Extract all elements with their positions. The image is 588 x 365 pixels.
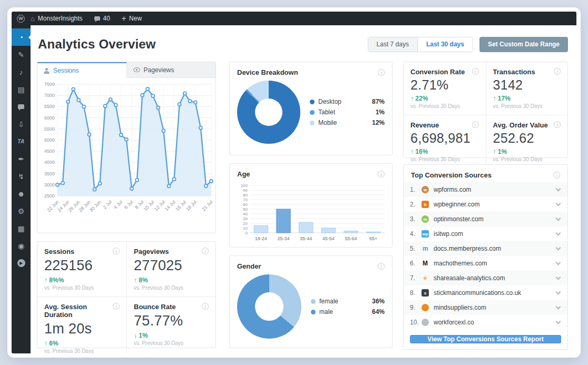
source-domain: wpforms.com [434, 186, 471, 193]
addons-gear-icon: ◉ [18, 242, 24, 250]
chevron-down-icon[interactable] [556, 231, 561, 236]
new-label: New [129, 15, 142, 22]
svg-text:6000: 6000 [44, 115, 55, 121]
metric-card-avg-session-duration: Avg. Session Durationi 1m 20s ↑ 6% vs. P… [37, 297, 126, 353]
source-row[interactable]: 4.wpisitwp.com [404, 226, 567, 241]
svg-text:40: 40 [243, 212, 248, 216]
sidebar-item-plugins[interactable]: ↯ [12, 167, 31, 185]
sidebar-item-ta-plugin[interactable]: TA [12, 133, 31, 150]
source-domain: machothemes.com [434, 260, 487, 267]
metric-card-revenue: Revenuei 6,698,981 ↑ 16% vs. Previous 30… [404, 115, 486, 168]
source-row[interactable]: 8.sstickmancommunications.co.uk [404, 285, 567, 300]
set-custom-date-range-button[interactable]: Set Custom Date Range [479, 37, 568, 52]
source-row[interactable]: 2.bwpbeginner.com [404, 197, 567, 212]
gender-donut-chart [237, 274, 301, 339]
chevron-down-icon[interactable] [556, 245, 561, 251]
info-icon[interactable]: i [378, 263, 385, 270]
tab-sessions[interactable]: Sessions [37, 62, 126, 78]
source-domain: mindsuppliers.com [434, 304, 486, 311]
source-row[interactable]: 5.mdocs.memberpress.com [404, 241, 567, 256]
sidebar-item-addons-gear[interactable]: ◉ [12, 237, 31, 254]
screenshot-frame: W ⌂ MonsterInsights 40 + New ◔✎♪▤⇩TA✒↯☻⚙… [7, 7, 581, 358]
page-title: Analytics Overview [38, 37, 156, 52]
page-header: Analytics Overview Last 7 days Last 30 d… [31, 25, 576, 58]
tab-pageviews[interactable]: Pageviews [126, 62, 216, 78]
sidebar-item-pages[interactable]: ▤ [12, 81, 31, 98]
sidebar-item-comments[interactable] [12, 98, 31, 115]
info-icon[interactable]: i [202, 248, 209, 254]
source-row[interactable]: 10.workforcexl.co [404, 315, 567, 330]
last-7-days-button[interactable]: Last 7 days [368, 37, 417, 52]
sidebar-item-media[interactable]: ♪ [12, 63, 31, 81]
new-menu[interactable]: + New [116, 12, 148, 25]
source-rank: 3. [410, 215, 422, 223]
metric-compare: vs. Previous 30 Days [410, 103, 479, 109]
svg-text:80: 80 [243, 193, 248, 198]
source-row[interactable]: 7.★shareasale-analytics.com [404, 271, 567, 285]
eye-icon [133, 67, 140, 72]
info-icon[interactable]: i [472, 121, 479, 128]
svg-text:35-44: 35-44 [300, 236, 312, 241]
svg-text:100: 100 [241, 183, 248, 188]
info-icon[interactable]: i [553, 172, 560, 179]
chevron-down-icon[interactable] [556, 216, 561, 221]
ta-plugin-icon: TA [17, 139, 25, 144]
info-icon[interactable]: i [554, 121, 561, 128]
svg-text:4 Jul: 4 Jul [113, 199, 124, 210]
source-row[interactable]: 9.mindsuppliers.com [404, 300, 567, 315]
svg-text:18-24: 18-24 [255, 236, 267, 241]
last-30-days-button[interactable]: Last 30 days [417, 37, 473, 52]
legend-label: male [319, 308, 333, 315]
device-donut-chart [237, 81, 300, 144]
date-range-toggle: Last 7 days Last 30 days [368, 37, 473, 52]
up-arrow-icon: ↑ [493, 148, 496, 155]
chevron-down-icon[interactable] [556, 304, 561, 310]
source-row[interactable]: 6.Mmachothemes.com [404, 256, 567, 271]
chevron-down-icon[interactable] [556, 290, 561, 295]
device-breakdown-card: Device Breakdowni Desktop87%Tablet1%Mobi… [229, 62, 393, 155]
metric-delta: 17% [498, 95, 511, 102]
sidebar-item-posts-pin[interactable]: ✎ [12, 46, 31, 63]
metric-title: Bounce Rate [134, 303, 175, 311]
legend-label: Desktop [318, 98, 341, 105]
up-arrow-icon: ↑ [44, 340, 47, 347]
metric-title: Transactions [493, 68, 535, 76]
sidebar-item-tools-wrench[interactable]: ⚙ [12, 202, 31, 220]
chevron-down-icon[interactable] [556, 201, 561, 206]
source-domain: docs.memberpress.com [434, 245, 501, 252]
sidebar-item-appearance-brush[interactable]: ✒ [12, 150, 31, 167]
view-top-conversions-report-button[interactable]: View Top Conversions Sources Report [410, 335, 561, 343]
info-icon[interactable]: i [113, 248, 120, 254]
chevron-down-icon[interactable] [556, 275, 561, 280]
info-icon[interactable]: i [378, 171, 385, 177]
svg-text:50: 50 [243, 207, 248, 212]
info-icon[interactable]: i [202, 303, 209, 310]
source-row[interactable]: 1.wwpforms.com [404, 182, 567, 197]
monsterinsights-dashboard-icon: ◔ [19, 33, 23, 42]
source-row[interactable]: 3.moptinmonster.com [404, 212, 567, 226]
metric-value: 1m 20s [44, 321, 120, 337]
settings-box-icon: ▦ [17, 224, 24, 233]
posts-pin-icon: ✎ [18, 51, 24, 59]
sidebar-item-settings-box[interactable]: ▦ [12, 220, 31, 237]
wordpress-logo-icon[interactable]: W [17, 15, 25, 23]
comments-menu[interactable]: 40 [89, 12, 116, 25]
chevron-down-icon[interactable] [556, 319, 561, 324]
svg-text:70: 70 [243, 198, 248, 202]
info-icon[interactable]: i [378, 69, 385, 76]
workforcexl-favicon [422, 319, 429, 326]
svg-text:6500: 6500 [44, 104, 55, 109]
info-icon[interactable]: i [113, 303, 120, 310]
chevron-down-icon[interactable] [556, 260, 561, 265]
info-icon[interactable]: i [472, 68, 479, 75]
sidebar-item-downloads[interactable]: ⇩ [12, 115, 31, 133]
info-icon[interactable]: i [554, 68, 561, 75]
sidebar-item-users[interactable]: ☻ [12, 185, 31, 202]
chevron-down-icon[interactable] [556, 186, 561, 192]
age-bar-chart: 010203040506070809010018-2425-3435-4445-… [236, 181, 387, 246]
sidebar-item-video-play[interactable]: ▶ [12, 254, 31, 272]
svg-text:7000: 7000 [44, 93, 55, 98]
svg-text:4500: 4500 [44, 149, 55, 154]
site-menu[interactable]: ⌂ MonsterInsights [25, 12, 89, 25]
sidebar-item-monsterinsights-dashboard[interactable]: ◔ [12, 28, 31, 46]
